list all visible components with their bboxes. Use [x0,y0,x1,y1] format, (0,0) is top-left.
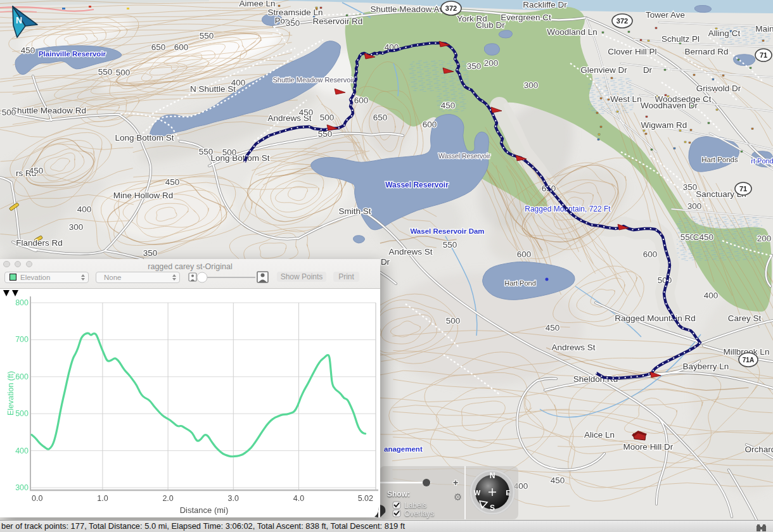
svg-text:500: 500 [15,409,29,418]
svg-text:Main: Main [755,24,773,34]
svg-text:450: 450 [29,166,44,175]
svg-text:4.0: 4.0 [293,494,304,503]
svg-text:400: 400 [15,446,29,455]
svg-text:500: 500 [2,108,16,117]
svg-text:1.0: 1.0 [97,494,108,503]
svg-text:Carey St: Carey St [728,314,762,323]
svg-text:550: 550 [200,31,214,41]
svg-text:Ragged Mountain Rd: Ragged Mountain Rd [615,314,696,323]
svg-text:⚙: ⚙ [454,491,462,502]
svg-text:Smith St: Smith St [338,206,371,216]
svg-text:350: 350 [286,18,300,28]
svg-text:350: 350 [143,248,158,258]
svg-text:600: 600 [517,250,532,259]
svg-text:350: 350 [683,182,698,192]
svg-text:Long Bottom St: Long Bottom St [210,153,269,163]
svg-text:71: 71 [760,51,767,59]
svg-text:Alling Ct: Alling Ct [708,28,741,38]
svg-text:Plainville Reservoir: Plainville Reservoir [39,50,106,58]
svg-text:West Ln: West Ln [610,94,641,104]
svg-text:500: 500 [658,276,672,285]
svg-text:Bernard Rd: Bernard Rd [684,47,728,56]
svg-text:400: 400 [77,205,92,214]
svg-text:Show:: Show: [387,490,410,498]
svg-text:600: 600 [423,120,437,129]
svg-text:Elevation (ft): Elevation (ft) [6,371,15,415]
svg-text:Tower Ave: Tower Ave [646,10,685,20]
svg-text:71: 71 [739,185,747,193]
svg-text:anagement: anagement [384,445,423,453]
svg-text:Wigwam Rd: Wigwam Rd [641,120,687,130]
svg-text:Distance (mi): Distance (mi) [180,505,229,515]
svg-text:Flanders Rd: Flanders Rd [16,238,63,248]
svg-text:550: 550 [199,147,214,156]
svg-text:Andrews St: Andrews St [388,247,432,256]
svg-text:Shuttle Meadow Rd: Shuttle Meadow Rd [11,106,86,115]
svg-text:5.02: 5.02 [358,494,373,503]
svg-text:Hart Ponds: Hart Ponds [701,156,738,163]
svg-text:Reservoir Rd: Reservoir Rd [313,16,363,26]
svg-text:Alice Ln: Alice Ln [584,430,615,440]
svg-text:Orchard: Orchard [745,445,773,454]
svg-text:Hart Pond: Hart Pond [504,279,536,287]
svg-text:W: W [474,489,481,497]
svg-text:600: 600 [15,372,29,381]
svg-text:450: 450 [21,46,35,55]
svg-text:Woodhaven Dr: Woodhaven Dr [641,101,698,110]
svg-text:350: 350 [467,61,482,71]
svg-text:S: S [490,504,495,512]
svg-text:Wasel Reservoir Dam: Wasel Reservoir Dam [410,227,484,235]
svg-text:650: 650 [373,113,388,122]
svg-text:Griswold Dr: Griswold Dr [696,84,741,93]
svg-text:450: 450 [165,177,180,187]
svg-text:550: 550 [98,67,113,77]
svg-text:550: 550 [443,240,457,250]
svg-text:Moore Hill Dr: Moore Hill Dr [623,442,674,452]
svg-text:600: 600 [354,96,369,105]
svg-text:Labels: Labels [404,501,426,510]
svg-text:E: E [506,489,510,497]
svg-text:500: 500 [222,148,237,157]
svg-text:450: 450 [441,101,456,110]
svg-text:N: N [490,471,495,480]
svg-text:Wassel Reservoir: Wassel Reservoir [385,180,449,189]
svg-text:3.0: 3.0 [228,494,239,503]
svg-text:Club Dr: Club Dr [476,20,505,30]
svg-text:700: 700 [15,335,29,344]
svg-text:500: 500 [320,113,335,122]
svg-text:200: 200 [484,58,499,68]
svg-text:+: + [453,478,458,488]
svg-text:Andrews St: Andrews St [551,343,595,352]
svg-text:450: 450 [551,476,565,485]
svg-text:Clover Hill Pl: Clover Hill Pl [608,47,656,56]
svg-text:300: 300 [69,222,84,232]
svg-text:Shuttle Meadow Ave: Shuttle Meadow Ave [371,4,449,14]
svg-text:Glenview Dr: Glenview Dr [580,65,627,75]
svg-text:372: 372 [445,4,457,12]
svg-text:800: 800 [15,298,29,307]
svg-text:450: 450 [546,323,560,332]
svg-text:Dr: Dr [381,257,390,267]
svg-text:N Shuttle St: N Shuttle St [190,84,236,94]
svg-text:300: 300 [524,80,539,90]
svg-text:Wassel Reservoir: Wassel Reservoir [438,152,490,160]
svg-text:rt Pond: rt Pond [751,157,773,165]
svg-text:400: 400 [231,78,246,87]
svg-text:2.0: 2.0 [162,494,173,503]
svg-text:300: 300 [687,201,702,211]
svg-text:Mine Hollow Rd: Mine Hollow Rd [113,191,174,200]
svg-text:Overlays: Overlays [404,509,434,518]
svg-text:650: 650 [151,42,166,52]
svg-text:500: 500 [446,316,461,326]
svg-text:71A: 71A [743,357,754,364]
svg-text:Long Bottom St: Long Bottom St [115,133,174,142]
svg-text:400: 400 [704,291,719,300]
svg-text:600: 600 [174,42,189,52]
svg-text:Woodland Ln: Woodland Ln [547,27,597,37]
svg-text:Schultz Pl: Schultz Pl [661,34,700,44]
svg-text:300: 300 [15,483,29,492]
svg-text:Dr: Dr [643,65,653,75]
svg-text:Rackliffe Dr: Rackliffe Dr [523,0,567,10]
svg-text:372: 372 [616,17,628,25]
svg-text:Shuttle Meadow Reservoir: Shuttle Meadow Reservoir [272,76,354,84]
